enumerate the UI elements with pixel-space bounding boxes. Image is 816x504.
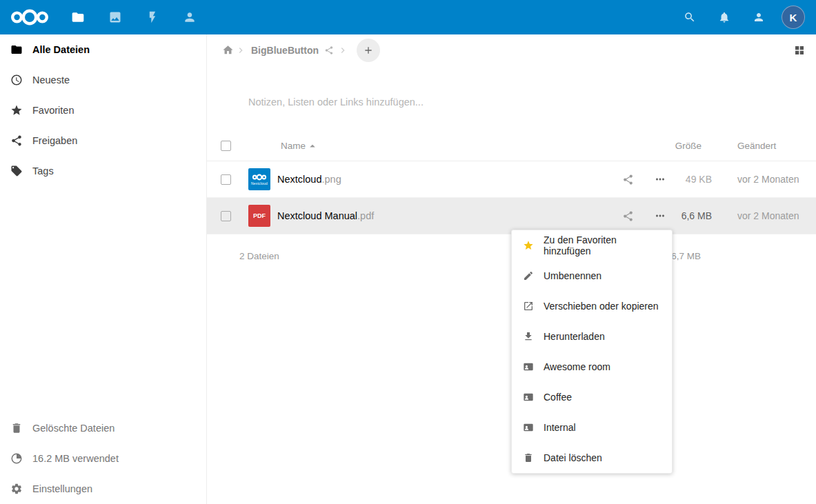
grid-view-toggle-button[interactable]	[793, 44, 806, 57]
menu-item-move-or-copy[interactable]: Verschieben oder kopieren	[512, 291, 672, 321]
sidebar-item-deleted-files[interactable]: Gelöschte Dateien	[0, 413, 206, 443]
file-actions-menu: Zu den Favoriten hinzufügen Umbenennen V…	[511, 230, 673, 474]
file-row[interactable]: Nextcloud Nextcloud.png 49 KB vor 2 Mona…	[207, 161, 816, 198]
search-icon	[684, 11, 696, 23]
app-activity-button[interactable]	[134, 0, 171, 34]
breadcrumb-home-button[interactable]	[222, 44, 234, 56]
sidebar-item-label: Neueste	[32, 74, 70, 85]
grid-view-icon	[793, 44, 806, 57]
menu-item-delete-file[interactable]: Datei löschen	[512, 443, 672, 473]
menu-item-label: Umbenennen	[544, 270, 601, 281]
sidebar-item-label: Freigaben	[32, 135, 77, 146]
contacts-menu-button[interactable]	[742, 0, 776, 34]
room-icon	[523, 392, 534, 403]
sidebar-item-quota[interactable]: 16.2 MB verwendet	[0, 443, 206, 474]
sidebar-item-label: Favoriten	[32, 105, 74, 116]
trash-icon	[523, 452, 534, 463]
sidebar-item-label: Alle Dateien	[32, 44, 90, 55]
share-icon	[10, 134, 23, 147]
breadcrumb-folder-name[interactable]: BigBlueButton	[251, 45, 319, 56]
nextcloud-logo-icon	[8, 8, 52, 27]
menu-item-label: Coffee	[544, 392, 572, 403]
bell-icon	[718, 11, 730, 23]
chevron-right-icon	[235, 45, 246, 56]
activity-bolt-icon	[146, 10, 159, 24]
home-icon	[222, 44, 234, 56]
folder-icon	[71, 10, 85, 24]
download-icon	[523, 331, 534, 342]
notifications-button[interactable]	[707, 0, 742, 34]
menu-item-label: Datei löschen	[544, 452, 602, 463]
menu-item-label: Verschieben oder kopieren	[544, 301, 659, 312]
pencil-icon	[523, 270, 534, 281]
file-checkbox[interactable]	[221, 174, 231, 185]
menu-item-add-to-favorites[interactable]: Zu den Favoriten hinzufügen	[512, 230, 672, 261]
sort-ascending-icon	[306, 140, 319, 152]
app-contacts-button[interactable]	[171, 0, 208, 34]
menu-item-label: Internal	[544, 422, 576, 433]
breadcrumb-share-button[interactable]	[324, 46, 334, 55]
photos-icon	[108, 10, 122, 24]
file-modified: vor 2 Monaten	[712, 210, 816, 221]
app-gallery-button[interactable]	[97, 0, 134, 34]
sidebar-item-tags[interactable]: Tags	[0, 156, 206, 186]
file-size: 49 KB	[672, 174, 712, 185]
share-icon	[622, 210, 634, 222]
thumbnail-caption: Nextcloud	[251, 181, 268, 185]
name-header-label: Name	[281, 141, 306, 151]
move-external-icon	[523, 301, 534, 312]
person-icon	[753, 11, 765, 23]
file-name[interactable]: Nextcloud Manual.pdf	[277, 210, 616, 221]
menu-item-label: Zu den Favoriten hinzufügen	[544, 234, 664, 256]
share-button[interactable]	[616, 174, 639, 185]
more-actions-button[interactable]	[648, 173, 672, 185]
file-checkbox[interactable]	[221, 211, 231, 221]
quota-pie-icon	[10, 452, 23, 465]
menu-item-awesome-room[interactable]: Awesome room	[512, 352, 672, 382]
menu-item-internal-room[interactable]: Internal	[512, 412, 672, 443]
more-actions-button[interactable]	[648, 210, 672, 222]
sidebar-item-recent[interactable]: Neueste	[0, 65, 206, 95]
tag-icon	[10, 165, 23, 177]
sidebar: Alle Dateien Neueste Favoriten Freigaben…	[0, 34, 207, 504]
topbar: K	[0, 0, 816, 34]
gear-icon	[10, 483, 23, 495]
chevron-right-icon	[337, 45, 348, 56]
pdf-file-icon: PDF	[248, 205, 270, 227]
menu-item-coffee-room[interactable]: Coffee	[512, 382, 672, 412]
sidebar-item-settings[interactable]: Einstellungen	[0, 474, 206, 504]
share-button[interactable]	[616, 210, 639, 222]
image-file-thumbnail: Nextcloud	[248, 168, 270, 190]
app-menu	[59, 0, 208, 34]
sidebar-item-label: Tags	[32, 165, 54, 177]
sort-by-name-header[interactable]: Name	[246, 140, 616, 152]
sidebar-item-favorites[interactable]: Favoriten	[0, 95, 206, 125]
menu-item-download[interactable]: Herunterladen	[512, 321, 672, 352]
breadcrumb: BigBlueButton	[207, 34, 816, 65]
menu-item-label: Awesome room	[544, 361, 610, 372]
sidebar-item-label: Einstellungen	[32, 483, 92, 494]
menu-item-label: Herunterladen	[544, 331, 605, 342]
trash-icon	[10, 422, 23, 434]
file-row[interactable]: PDF Nextcloud Manual.pdf 6,6 MB vor 2 Mo…	[207, 198, 816, 234]
file-modified: vor 2 Monaten	[712, 174, 816, 185]
new-file-button[interactable]	[357, 39, 380, 62]
menu-item-rename[interactable]: Umbenennen	[512, 261, 672, 291]
file-list-header: Name Größe Geändert	[207, 131, 816, 161]
files-content: BigBlueButton Notizen, Listen oder Links…	[207, 34, 816, 504]
app-files-button[interactable]	[59, 0, 97, 34]
room-icon	[523, 361, 534, 372]
select-all-checkbox[interactable]	[221, 141, 231, 151]
sidebar-item-shares[interactable]: Freigaben	[0, 125, 206, 156]
avatar[interactable]: K	[782, 6, 805, 29]
plus-icon	[363, 45, 374, 56]
nextcloud-logo[interactable]	[0, 0, 59, 34]
more-horizontal-icon	[654, 173, 666, 185]
notes-input[interactable]: Notizen, Listen oder Links hinzufügen...	[248, 97, 424, 108]
file-name[interactable]: Nextcloud.png	[277, 174, 616, 185]
search-button[interactable]	[673, 0, 707, 34]
sidebar-nav: Alle Dateien Neueste Favoriten Freigaben…	[0, 34, 206, 186]
sort-by-size-header[interactable]: Größe	[616, 141, 712, 151]
sidebar-item-all-files[interactable]: Alle Dateien	[0, 34, 206, 65]
sort-by-modified-header[interactable]: Geändert	[712, 141, 816, 151]
